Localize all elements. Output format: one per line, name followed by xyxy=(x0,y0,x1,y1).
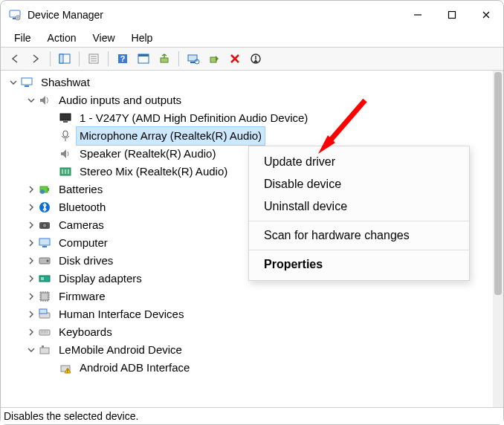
app-icon xyxy=(8,8,22,22)
svg-rect-38 xyxy=(39,239,50,245)
svg-rect-50 xyxy=(40,348,49,354)
svg-rect-15 xyxy=(161,58,168,62)
device-warning-icon: ! xyxy=(59,361,72,374)
ctx-uninstall-device[interactable]: Uninstall device xyxy=(249,195,469,218)
window-buttons xyxy=(401,1,503,29)
expand-icon[interactable] xyxy=(25,236,38,250)
collapse-icon[interactable] xyxy=(7,76,20,89)
action-icon[interactable] xyxy=(134,50,153,68)
tree-category-lemobile[interactable]: LeMobile Android Device xyxy=(4,341,493,359)
device-manager-window: Device Manager File Action View Help xyxy=(0,0,504,425)
svg-point-41 xyxy=(47,260,49,262)
display-adapter-icon xyxy=(38,272,51,285)
expand-icon[interactable] xyxy=(25,201,38,214)
hid-icon xyxy=(38,308,51,321)
tree-root[interactable]: Shashwat xyxy=(4,74,493,91)
ctx-separator xyxy=(249,250,469,250)
category-label: Cameras xyxy=(56,216,107,234)
tree-category-hid[interactable]: Human Interface Devices xyxy=(4,305,493,323)
title-bar: Device Manager xyxy=(1,1,503,29)
minimize-button[interactable] xyxy=(401,1,435,29)
svg-point-34 xyxy=(40,189,45,194)
category-label: Computer xyxy=(56,234,111,252)
expand-icon[interactable] xyxy=(25,254,38,267)
ctx-properties[interactable]: Properties xyxy=(249,253,469,276)
item-label: Stereo Mix (Realtek(R) Audio) xyxy=(77,163,230,181)
svg-rect-22 xyxy=(22,78,32,85)
enable-device-icon[interactable] xyxy=(204,50,224,68)
svg-rect-23 xyxy=(25,85,29,87)
menu-view[interactable]: View xyxy=(85,30,122,45)
svg-rect-25 xyxy=(63,121,68,123)
expand-icon[interactable] xyxy=(25,183,38,196)
help-icon[interactable]: ? xyxy=(113,50,132,68)
device-icon xyxy=(38,343,51,357)
properties-icon[interactable] xyxy=(84,50,103,68)
ctx-disable-device[interactable]: Disable device xyxy=(249,173,469,195)
tree-root-label: Shashwat xyxy=(38,74,93,91)
category-label: Firmware xyxy=(56,288,109,305)
vertical-scrollbar[interactable] xyxy=(493,71,503,407)
scan-hardware-icon[interactable] xyxy=(184,50,203,68)
category-label: Bluetooth xyxy=(56,198,109,216)
tree-item-adb[interactable]: ! Android ADB Interface xyxy=(4,359,493,377)
tree-category-keyboards[interactable]: Keyboards xyxy=(4,323,493,341)
category-label: Batteries xyxy=(56,181,106,198)
tree-item-monitor-audio[interactable]: 1 - V247Y (AMD High Definition Audio Dev… xyxy=(4,109,493,127)
context-menu: Update driver Disable device Uninstall d… xyxy=(248,146,470,281)
camera-icon xyxy=(38,218,51,232)
status-text: Disables the selected device. xyxy=(4,410,138,422)
item-label: 1 - V247Y (AMD High Definition Audio Dev… xyxy=(77,109,311,127)
svg-rect-19 xyxy=(210,57,216,62)
disable-device-icon[interactable] xyxy=(246,50,265,68)
no-expand xyxy=(45,165,59,178)
svg-text:?: ? xyxy=(120,54,126,63)
category-label: Disk drives xyxy=(56,252,116,270)
expand-icon[interactable] xyxy=(25,325,38,339)
category-label: Human Interface Devices xyxy=(56,305,187,323)
scrollbar-thumb[interactable] xyxy=(494,72,502,295)
firmware-icon xyxy=(38,290,51,303)
svg-rect-4 xyxy=(449,12,456,19)
forward-button[interactable] xyxy=(26,50,45,68)
category-label: LeMobile Android Device xyxy=(56,341,185,359)
speaker-icon xyxy=(59,147,72,160)
svg-rect-43 xyxy=(41,277,44,280)
svg-rect-44 xyxy=(41,293,48,300)
show-hide-console-tree-icon[interactable] xyxy=(55,50,74,68)
tree-item-microphone[interactable]: Microphone Array (Realtek(R) Audio) xyxy=(4,127,493,145)
expand-icon[interactable] xyxy=(25,218,38,232)
tree-category-firmware[interactable]: Firmware xyxy=(4,288,493,305)
back-button[interactable] xyxy=(5,50,25,68)
expand-icon[interactable] xyxy=(25,272,38,285)
expand-icon[interactable] xyxy=(25,290,38,303)
toolbar-divider xyxy=(79,51,80,66)
uninstall-device-icon[interactable] xyxy=(225,50,245,68)
menu-action[interactable]: Action xyxy=(40,30,84,45)
category-label: Display adapters xyxy=(56,270,145,288)
svg-rect-39 xyxy=(42,246,47,247)
computer-root-icon xyxy=(20,76,33,89)
ctx-scan-hardware[interactable]: Scan for hardware changes xyxy=(249,224,469,247)
collapse-icon[interactable] xyxy=(25,94,38,107)
microphone-icon xyxy=(59,129,72,143)
collapse-icon[interactable] xyxy=(25,343,38,357)
computer-icon xyxy=(38,236,51,250)
battery-icon xyxy=(38,183,51,196)
update-driver-icon[interactable] xyxy=(155,50,174,68)
item-label: Speaker (Realtek(R) Audio) xyxy=(77,145,219,163)
status-bar: Disables the selected device. xyxy=(1,407,503,424)
svg-rect-51 xyxy=(42,345,44,348)
maximize-button[interactable] xyxy=(435,1,469,29)
ctx-separator xyxy=(249,221,469,221)
expand-icon[interactable] xyxy=(25,308,38,321)
svg-rect-14 xyxy=(138,54,149,56)
svg-rect-24 xyxy=(60,114,71,120)
svg-point-37 xyxy=(42,224,47,228)
toolbar-divider xyxy=(178,51,179,66)
ctx-update-driver[interactable]: Update driver xyxy=(249,151,469,173)
menu-file[interactable]: File xyxy=(7,30,39,45)
tree-category-audio[interactable]: Audio inputs and outputs xyxy=(4,91,493,109)
menu-help[interactable]: Help xyxy=(124,30,161,45)
close-button[interactable] xyxy=(469,1,503,29)
